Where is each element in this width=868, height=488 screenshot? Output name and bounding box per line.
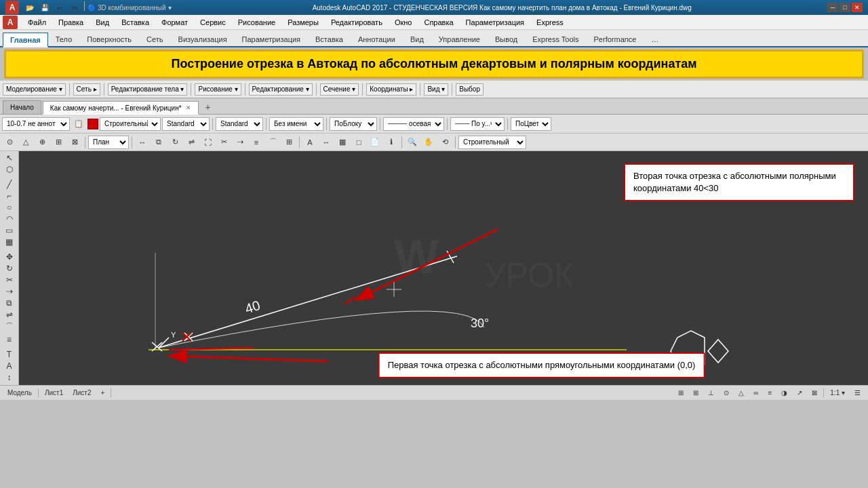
layout2-tab[interactable]: Лист2 <box>69 387 94 399</box>
lp-select2[interactable]: ⬡ <box>1 164 18 175</box>
offset-icon[interactable]: ≡ <box>249 135 264 150</box>
byblock-dropdown[interactable]: ПоБлоку <box>330 117 377 131</box>
grid-toggle[interactable]: ⊞ <box>690 387 702 399</box>
layer-dropdown[interactable]: 10-0.7 не аннот <box>2 117 70 131</box>
style-dropdown[interactable]: Строительный <box>100 117 161 131</box>
standard-dropdown[interactable]: Standard <box>162 117 210 131</box>
lp-move[interactable]: ✥ <box>1 251 18 262</box>
tab-surface[interactable]: Поверхность <box>79 31 139 46</box>
scale-icon[interactable]: ⛶ <box>200 135 215 150</box>
lp-hatch[interactable]: ▦ <box>1 237 18 247</box>
menu-window[interactable]: Окно <box>389 16 418 29</box>
tab-express-tools[interactable]: Express Tools <box>525 31 586 46</box>
standard2-dropdown[interactable]: Standard <box>216 117 263 131</box>
transparency-toggle[interactable]: ◑ <box>778 387 791 399</box>
orbit-icon[interactable]: ⟲ <box>437 135 452 150</box>
tab-solid[interactable]: Тело <box>48 31 80 46</box>
otrack-toggle[interactable]: ∞ <box>750 387 762 399</box>
copy-icon[interactable]: ⧉ <box>151 135 166 150</box>
lp-extend[interactable]: ⇢ <box>1 286 18 297</box>
select-dropdown[interactable]: Выбор <box>456 83 484 96</box>
mirror-icon[interactable]: ⇌ <box>184 135 199 150</box>
menu-help[interactable]: Справка <box>418 16 459 29</box>
layer-mgr-btn[interactable]: 📋 <box>71 117 86 131</box>
coords-dropdown[interactable]: Координаты ▸ <box>366 83 416 96</box>
close-tab-icon[interactable]: ✕ <box>186 104 191 111</box>
lp-rotate[interactable]: ↻ <box>1 263 18 274</box>
solid-edit-dropdown[interactable]: Редактирование тела ▾ <box>108 83 188 96</box>
close-button[interactable]: ✕ <box>852 3 863 12</box>
tab-parametric[interactable]: Параметризация <box>235 31 308 46</box>
ortho-icon[interactable]: ⊕ <box>35 135 50 150</box>
menu-insert[interactable]: Вставка <box>115 16 155 29</box>
tab-render[interactable]: Визуализация <box>171 31 235 46</box>
rotate-icon[interactable]: ↻ <box>167 135 182 150</box>
linetype-dropdown[interactable]: ──── осевая <box>383 117 444 131</box>
edit-dropdown[interactable]: Редактирование ▾ <box>249 83 313 96</box>
dynmode-toggle[interactable]: ↗ <box>793 387 806 399</box>
text-icon[interactable]: A <box>302 135 317 150</box>
menu-dimension[interactable]: Размеры <box>281 16 325 29</box>
section-dropdown[interactable]: Сечение ▾ <box>320 83 359 96</box>
lineweight2-toggle[interactable]: ⊠ <box>808 387 821 399</box>
add-layout-btn[interactable]: + <box>98 387 108 399</box>
ortho-toggle[interactable]: ⊥ <box>705 387 717 399</box>
array-icon[interactable]: ⊞ <box>281 135 296 150</box>
lp-arc[interactable]: ◠ <box>1 214 18 224</box>
lp-text[interactable]: T <box>1 349 18 360</box>
view-dropdown[interactable]: Вид ▾ <box>424 83 448 96</box>
qa-redo[interactable]: ↪ <box>68 1 81 14</box>
qa-undo[interactable]: ↩ <box>53 1 66 14</box>
tab-more[interactable]: … <box>644 31 667 46</box>
menu-tools[interactable]: Сервис <box>194 16 232 29</box>
tab-insert[interactable]: Вставка <box>308 31 351 46</box>
menu-edit[interactable]: Правка <box>52 16 90 29</box>
tab-manage[interactable]: Управление <box>431 31 488 46</box>
lp-polyline[interactable]: ⌐ <box>1 190 18 201</box>
menu-express[interactable]: Express <box>530 16 570 29</box>
scale-dropdown[interactable]: 1:1 ▾ <box>827 387 848 399</box>
block-icon[interactable]: □ <box>351 135 366 150</box>
move-icon[interactable]: ↔ <box>135 135 150 150</box>
props-icon[interactable]: ℹ <box>384 135 399 150</box>
lp-offset[interactable]: ≡ <box>1 334 18 345</box>
menu-file[interactable]: Файл <box>22 16 52 29</box>
tab-performance[interactable]: Performance <box>587 31 644 46</box>
lp-dim[interactable]: ↕ <box>1 372 18 383</box>
tab-mesh[interactable]: Сеть <box>139 31 170 46</box>
grid-icon[interactable]: ⊠ <box>67 135 82 150</box>
osnap-toggle[interactable]: △ <box>735 387 747 399</box>
modeling-dropdown[interactable]: Моделирование ▾ <box>3 83 66 96</box>
lp-circle[interactable]: ○ <box>1 202 18 213</box>
tab-home-doc[interactable]: Начало <box>3 100 41 114</box>
tab-view[interactable]: Вид <box>403 31 431 46</box>
snap-toggle[interactable]: ⊞ <box>675 387 687 399</box>
lineweight-dropdown[interactable]: ─── По у...чник <box>450 117 505 131</box>
noname-dropdown[interactable]: Без имени <box>269 117 323 131</box>
settings-btn[interactable]: ☰ <box>851 387 864 399</box>
lp-mtext[interactable]: A <box>1 361 18 371</box>
menu-view[interactable]: Вид <box>90 16 115 29</box>
snap-icon[interactable]: ⊙ <box>2 135 17 150</box>
lp-copy[interactable]: ⧉ <box>1 298 18 308</box>
new-tab-button[interactable]: + <box>200 100 216 114</box>
lp-rect[interactable]: ▭ <box>1 225 18 236</box>
lp-fillet[interactable]: ⌒ <box>1 321 18 333</box>
pan-icon[interactable]: ✋ <box>421 135 436 150</box>
view2-dropdown[interactable]: Строительный <box>458 136 526 149</box>
hatch-icon[interactable]: ▦ <box>335 135 350 150</box>
tab-home[interactable]: Главная <box>3 33 48 47</box>
fillet-icon[interactable]: ⌒ <box>265 135 280 150</box>
3d-mode-dropdown[interactable]: 🔵 3D комбинированный ▾ <box>87 1 172 14</box>
layer-props-btn[interactable] <box>87 119 98 129</box>
lineweight-toggle[interactable]: ≡ <box>764 387 775 399</box>
tab-output[interactable]: Вывод <box>488 31 525 46</box>
polar-icon[interactable]: ⊞ <box>51 135 66 150</box>
model-tab[interactable]: Модель <box>4 387 35 399</box>
dim-icon[interactable]: ↔ <box>319 135 334 150</box>
menu-draw[interactable]: Рисование <box>232 16 281 29</box>
extend-icon[interactable]: ⇢ <box>233 135 248 150</box>
lp-line[interactable]: ╱ <box>1 179 18 190</box>
color-dropdown[interactable]: ПоЦвету <box>511 117 551 131</box>
layer-icon[interactable]: 📄 <box>368 135 382 150</box>
